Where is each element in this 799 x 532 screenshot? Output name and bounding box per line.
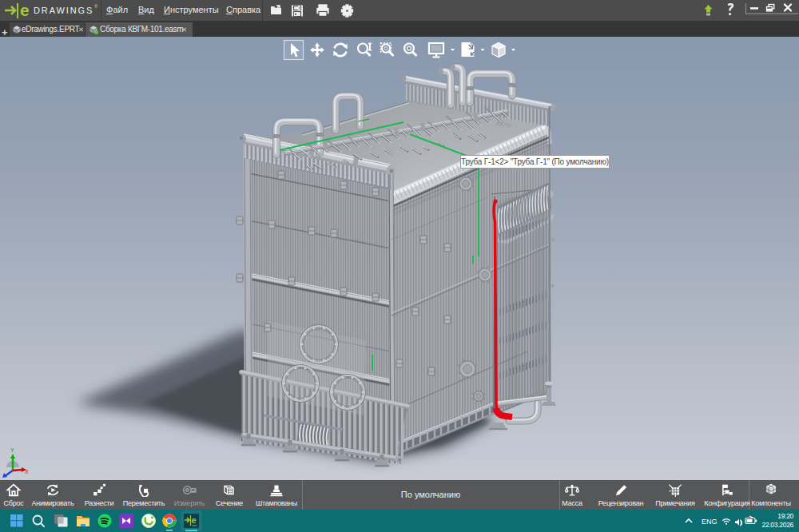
svg-text:Y: Y xyxy=(10,447,14,453)
svg-text:X: X xyxy=(25,469,29,474)
svg-text:e: e xyxy=(20,2,30,19)
svg-text:DRAWINGS: DRAWINGS xyxy=(34,6,93,15)
svg-text:eas: eas xyxy=(193,524,197,527)
svg-text:ENG: ENG xyxy=(702,518,718,526)
svg-text:®: ® xyxy=(94,4,97,9)
